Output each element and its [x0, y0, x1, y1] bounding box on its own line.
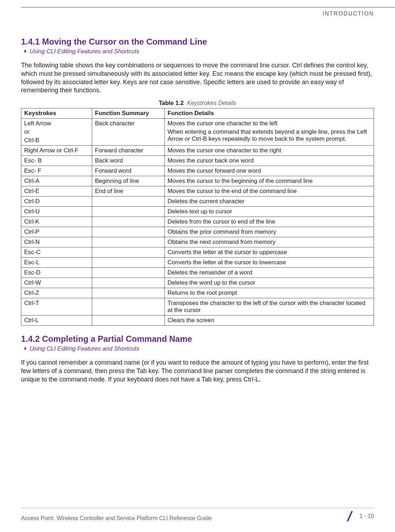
cell-details: Moves the cursor to the end of the comma… — [165, 186, 374, 197]
table-caption-title: Keystrokes Details — [187, 100, 237, 106]
cell-details: Converts the letter at the cursor to low… — [165, 258, 374, 268]
breadcrumb-142: Using CLI Editing Features and Shortcuts — [25, 345, 374, 352]
cell-keystrokes: Esc-L — [21, 258, 92, 268]
col-header-summary: Function Summary — [92, 108, 165, 119]
arrow-right-icon — [25, 347, 27, 350]
cell-keystrokes: Esc-C — [21, 247, 92, 258]
table-header-row: Keystrokes Function Summary Function Det… — [21, 108, 374, 119]
cell-summary — [92, 197, 165, 207]
cell-details: Deletes the current character — [165, 197, 374, 207]
table-row: Esc- F Forward word Moves the cursor for… — [21, 166, 374, 176]
document-page: INTRODUCTION 1.4.1 Moving the Cursor on … — [0, 0, 395, 532]
cell-summary: Back character — [92, 119, 165, 146]
cell-summary: Forward character — [92, 146, 165, 156]
cell-details: Deletes from the cursor to end of the li… — [165, 217, 374, 227]
cell-summary: Beginning of line — [92, 176, 165, 186]
paragraph-141: The following table shows the key combin… — [21, 61, 374, 95]
page-number: 1 - 10 — [360, 513, 374, 519]
cell-keystrokes: Esc- F — [21, 166, 92, 176]
cell-summary: End of line — [92, 186, 165, 197]
logo-icon — [345, 511, 355, 521]
page-footer: Access Point, Wireless Controller and Se… — [21, 508, 374, 521]
heading-142: 1.4.2 Completing a Partial Command Name — [21, 334, 374, 344]
cell-keystrokes: Ctrl-E — [21, 186, 92, 197]
cell-keystrokes: Ctrl-T — [21, 298, 92, 315]
table-row: Ctrl-A Beginning of line Moves the curso… — [21, 176, 374, 186]
table-row: Ctrl-U Deletes text up to cursor — [21, 207, 374, 217]
cell-details: Deletes text up to cursor — [165, 207, 374, 217]
cell-keystrokes: Ctrl-Z — [21, 288, 92, 298]
cell-keystrokes: Ctrl-K — [21, 217, 92, 227]
table-row: Ctrl-Z Returns to the root prompt — [21, 288, 374, 298]
table-row: Ctrl-P Obtains the prior command from me… — [21, 227, 374, 237]
cell-summary — [92, 217, 165, 227]
table-row: Esc-L Converts the letter at the cursor … — [21, 258, 374, 268]
footer-rule — [21, 508, 374, 508]
table-row: Esc- B Back word Moves the cursor back o… — [21, 156, 374, 166]
footer-title: Access Point, Wireless Controller and Se… — [21, 515, 212, 521]
keystrokes-table: Keystrokes Function Summary Function Det… — [21, 108, 374, 326]
breadcrumb-141: Using CLI Editing Features and Shortcuts — [25, 48, 374, 55]
cell-details: Deletes the remainder of a word — [165, 268, 374, 278]
cell-details: Deletes the word up to the cursor — [165, 278, 374, 288]
breadcrumb-text[interactable]: Using CLI Editing Features and Shortcuts — [29, 345, 139, 352]
running-header: INTRODUCTION — [322, 11, 374, 17]
cell-summary — [92, 278, 165, 288]
cell-summary — [92, 207, 165, 217]
arrow-right-icon — [25, 49, 27, 53]
cell-keystrokes: Esc-D — [21, 268, 92, 278]
table-row: Left Arrow or Ctrl-B Back character Move… — [21, 119, 374, 146]
cell-keystrokes: Ctrl-A — [21, 176, 92, 186]
cell-details: Converts the letter at the cursor to upp… — [165, 247, 374, 258]
table-row: Esc-C Converts the letter at the cursor … — [21, 247, 374, 258]
cell-summary — [92, 258, 165, 268]
cell-summary — [92, 268, 165, 278]
cell-summary — [92, 247, 165, 258]
header-rule — [21, 7, 395, 8]
table-row: Ctrl-D Deletes the current character — [21, 197, 374, 207]
cell-keystrokes: Ctrl-P — [21, 227, 92, 237]
cell-summary — [92, 227, 165, 237]
cell-details: Obtains the next command from memory — [165, 237, 374, 247]
table-row: Right Arrow or Ctrl-F Forward character … — [21, 146, 374, 156]
breadcrumb-text[interactable]: Using CLI Editing Features and Shortcuts — [29, 48, 139, 55]
table-row: Ctrl-E End of line Moves the cursor to t… — [21, 186, 374, 197]
table-caption-number: Table 1.2 — [159, 100, 184, 106]
heading-141: 1.4.1 Moving the Cursor on the Command L… — [21, 37, 374, 47]
cell-summary — [92, 288, 165, 298]
cell-keystrokes: Ctrl-D — [21, 197, 92, 207]
cell-summary — [92, 298, 165, 315]
cell-summary — [92, 237, 165, 247]
cell-details: Transposes the character to the left of … — [165, 298, 374, 315]
table-row: Esc-D Deletes the remainder of a word — [21, 268, 374, 278]
cell-keystrokes: Ctrl-U — [21, 207, 92, 217]
table-row: Ctrl-K Deletes from the cursor to end of… — [21, 217, 374, 227]
cell-details: Moves the cursor one character to the ri… — [165, 146, 374, 156]
cell-details: Moves the cursor back one word — [165, 156, 374, 166]
table-row: Ctrl-T Transposes the character to the l… — [21, 298, 374, 315]
table-caption: Table 1.2 Keystrokes Details — [21, 100, 374, 107]
cell-summary: Forward word — [92, 166, 165, 176]
cell-keystrokes: Right Arrow or Ctrl-F — [21, 146, 92, 156]
table-row: Ctrl-L Clears the screen — [21, 315, 374, 326]
cell-details: Moves the cursor to the beginning of the… — [165, 176, 374, 186]
cell-keystrokes: Ctrl-N — [21, 237, 92, 247]
cell-keystrokes: Ctrl-L — [21, 315, 92, 326]
cell-summary — [92, 315, 165, 326]
table-row: Ctrl-W Deletes the word up to the cursor — [21, 278, 374, 288]
cell-details: Returns to the root prompt — [165, 288, 374, 298]
cell-details: Moves the cursor forward one word — [165, 166, 374, 176]
main-content: 1.4.1 Moving the Cursor on the Command L… — [21, 37, 374, 384]
paragraph-142: If you cannot remember a command name (o… — [21, 359, 374, 384]
col-header-details: Function Details — [165, 108, 374, 119]
cell-summary: Back word — [92, 156, 165, 166]
cell-details: Moves the cursor one character to the le… — [165, 119, 374, 146]
table-row: Ctrl-N Obtains the next command from mem… — [21, 237, 374, 247]
col-header-keystrokes: Keystrokes — [21, 108, 92, 119]
cell-details: Clears the screen — [165, 315, 374, 326]
cell-keystrokes: Ctrl-W — [21, 278, 92, 288]
cell-keystrokes: Left Arrow or Ctrl-B — [21, 119, 92, 146]
cell-keystrokes: Esc- B — [21, 156, 92, 166]
cell-details: Obtains the prior command from memory — [165, 227, 374, 237]
